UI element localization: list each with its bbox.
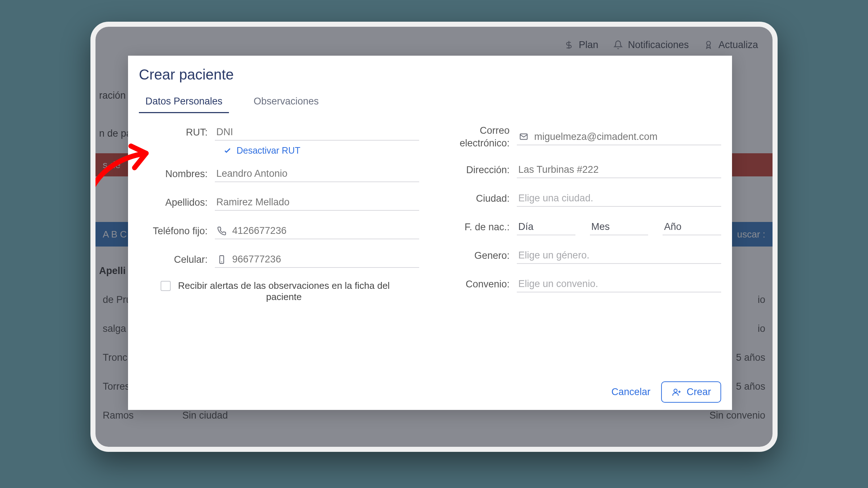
mobile-icon [216,254,227,265]
label-dob: F. de nac.: [441,222,517,233]
field-gender: Genero: Elige un género. [441,248,721,264]
city-select-wrap[interactable]: Elige una ciudad. [517,191,721,207]
label-mobile: Celular: [139,254,215,265]
names-input[interactable] [216,168,418,179]
dob-day-select[interactable]: Día [517,219,575,235]
create-patient-modal: Crear paciente Datos Personales Observac… [128,56,732,410]
tab-personal-data[interactable]: Datos Personales [139,93,229,113]
mobile-input-wrap[interactable] [215,252,419,268]
form-columns: RUT: Desactivar RUT Nombres: [139,124,721,374]
deactivate-rut-label: Desactivar RUT [237,145,300,156]
modal-tabs: Datos Personales Observaciones [139,93,721,114]
names-input-wrap[interactable] [215,166,419,182]
field-agreement: Convenio: Elige un convenio. [441,276,721,292]
label-gender: Genero: [441,250,517,261]
mobile-input[interactable] [232,254,418,265]
gender-select-wrap[interactable]: Elige un género. [517,248,721,264]
label-rut: RUT: [139,127,215,138]
phone-icon [216,226,227,236]
label-landline: Teléfono fijo: [139,226,215,237]
field-mobile: Celular: [139,252,419,268]
mail-icon [518,131,529,142]
dob-year-select[interactable]: Año [663,219,721,235]
label-names: Nombres: [139,168,215,180]
user-plus-icon [671,387,682,398]
svg-point-4 [674,389,677,392]
address-input-wrap[interactable] [517,162,721,178]
surnames-input-wrap[interactable] [215,194,419,211]
cancel-button[interactable]: Cancelar [611,386,650,398]
field-landline: Teléfono fijo: [139,223,419,239]
create-button-label: Crear [686,386,711,398]
modal-title: Crear paciente [139,67,721,83]
dob-month-select[interactable]: Mes [590,219,648,235]
address-input[interactable] [518,164,720,175]
deactivate-rut-link[interactable]: Desactivar RUT [222,145,419,156]
form-left-column: RUT: Desactivar RUT Nombres: [139,124,419,374]
alerts-checkbox-label: Recibir alertas de las observaciones en … [176,280,392,303]
field-address: Dirección: [441,162,721,178]
modal-actions: Cancelar Crear [139,374,721,403]
gender-select[interactable]: Elige un género. [518,250,720,261]
landline-input[interactable] [232,225,418,236]
create-button[interactable]: Crear [661,381,721,403]
field-dob: F. de nac.: Día Mes Año [441,219,721,235]
field-rut: RUT: [139,124,419,141]
agreement-select[interactable]: Elige un convenio. [518,278,720,290]
rut-input-wrap[interactable] [215,124,419,141]
field-city: Ciudad: Elige una ciudad. [441,191,721,207]
tab-observations[interactable]: Observaciones [247,93,325,113]
app-background: Plan Notificaciones Actualiza ración n d… [95,27,773,447]
field-surnames: Apellidos: [139,194,419,211]
label-city: Ciudad: [441,193,517,204]
agreement-select-wrap[interactable]: Elige un convenio. [517,276,721,292]
form-right-column: Correo electrónico: Dirección: [441,124,721,374]
field-email: Correo electrónico: [441,124,721,150]
alerts-checkbox[interactable] [161,281,171,291]
alerts-checkbox-row[interactable]: Recibir alertas de las observaciones en … [161,280,392,303]
label-email: Correo electrónico: [441,124,517,150]
rut-input[interactable] [216,127,418,138]
email-input-wrap[interactable] [517,129,721,145]
label-surnames: Apellidos: [139,197,215,208]
field-names: Nombres: [139,166,419,182]
label-agreement: Convenio: [441,279,517,290]
landline-input-wrap[interactable] [215,223,419,239]
label-address: Dirección: [441,164,517,176]
check-icon [222,145,233,156]
surnames-input[interactable] [216,197,418,208]
dob-selects: Día Mes Año [517,219,721,235]
email-input[interactable] [534,131,720,142]
city-select[interactable]: Elige una ciudad. [518,193,720,204]
device-frame: Plan Notificaciones Actualiza ración n d… [90,22,778,452]
